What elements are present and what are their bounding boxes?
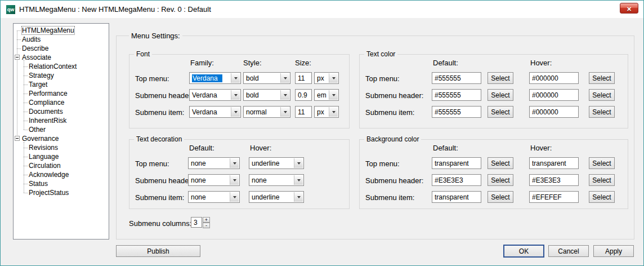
decoration-hover-select-submenu-item[interactable]: underline <box>249 191 304 203</box>
tree-item-label: Strategy <box>29 72 54 79</box>
tree-item-label: Associate <box>22 54 51 61</box>
text-color-default-input-submenu-header[interactable] <box>432 89 481 101</box>
tree-connector <box>24 148 28 148</box>
background-hover-input-submenu-header[interactable] <box>529 174 579 186</box>
chevron-down-icon <box>280 90 289 100</box>
tree-item-revisions[interactable]: Revisions <box>14 143 109 152</box>
cancel-button[interactable]: Cancel <box>548 245 589 257</box>
background-default-select-button-top-menu[interactable]: Select <box>488 157 513 169</box>
family-select-submenu-header[interactable]: Verdana <box>189 89 241 101</box>
background-default-select-button-submenu-item[interactable]: Select <box>488 191 513 203</box>
text-color-default-select-button-submenu-header[interactable]: Select <box>488 89 513 101</box>
tree-item-status[interactable]: Status <box>14 179 109 188</box>
submenu-columns-input[interactable] <box>191 217 202 228</box>
background-hover-select-button-submenu-header[interactable]: Select <box>589 174 615 186</box>
collapse-icon[interactable] <box>15 136 20 141</box>
combo-value: bold <box>246 91 259 99</box>
tree-item-compliance[interactable]: Compliance <box>14 98 109 107</box>
text-color-hover-input-top-menu[interactable] <box>529 72 579 84</box>
tree-item-acknowledge[interactable]: Acknowledge <box>14 170 109 179</box>
tree-item-projectstatus[interactable]: ProjectStatus <box>14 188 109 197</box>
decoration-default-select-submenu-item[interactable]: none <box>188 191 240 203</box>
background-hover-input-top-menu[interactable] <box>529 157 579 169</box>
chevron-down-icon <box>294 192 303 202</box>
text-color-hover-input-submenu-header[interactable] <box>529 89 579 101</box>
size-input-top-menu[interactable] <box>295 72 312 84</box>
decoration-row-label-top-menu: Top menu: <box>135 159 169 168</box>
style-select-submenu-header[interactable]: bold <box>243 89 290 101</box>
ok-button[interactable]: OK <box>503 245 544 258</box>
size-input-submenu-item[interactable] <box>295 106 312 118</box>
tree-item-associate[interactable]: Associate <box>14 53 109 62</box>
tree-item-label: Acknowledge <box>29 171 69 179</box>
style-select-submenu-item[interactable]: normal <box>243 106 290 118</box>
tree-item-governance[interactable]: Governance <box>14 134 109 143</box>
chevron-down-icon <box>294 175 303 185</box>
background-color-group-legend: Background color <box>364 135 421 143</box>
tree-connector <box>24 85 28 85</box>
tree-item-other[interactable]: Other <box>14 125 109 134</box>
text-color-default-select-button-top-menu[interactable]: Select <box>488 72 513 84</box>
text-color-default-input-submenu-item[interactable] <box>432 106 481 118</box>
close-button[interactable]: ✕ <box>620 3 638 14</box>
unit-select-submenu-item[interactable]: px <box>314 106 339 118</box>
background-hover-input-submenu-item[interactable] <box>529 191 579 203</box>
chevron-down-icon <box>280 73 289 83</box>
spinner-down-button[interactable]: - <box>203 223 210 228</box>
tree-item-performance[interactable]: Performance <box>14 89 109 98</box>
decoration-hover-select-submenu-header[interactable]: none <box>249 174 304 186</box>
font-row-label-submenu-header: Submenu header: <box>135 91 193 100</box>
chevron-down-icon <box>231 73 240 83</box>
background-default-input-submenu-item[interactable] <box>432 191 481 203</box>
combo-value: underline <box>252 193 279 201</box>
default-column-header: Default: <box>433 59 458 67</box>
tree-connector <box>17 48 21 49</box>
text-color-default-select-button-submenu-item[interactable]: Select <box>488 106 513 118</box>
combo-value: Verdana <box>192 108 217 116</box>
collapse-icon[interactable] <box>15 55 20 60</box>
family-select-top-menu[interactable]: Verdana <box>189 72 241 84</box>
text-color-hover-input-submenu-item[interactable] <box>529 106 579 118</box>
background-hover-select-button-top-menu[interactable]: Select <box>589 157 615 169</box>
decoration-default-select-top-menu[interactable]: none <box>188 157 240 169</box>
tree-item-label: Performance <box>29 90 68 97</box>
text-color-hover-select-button-submenu-header[interactable]: Select <box>589 89 615 101</box>
decoration-row-label-submenu-item: Submenu item: <box>135 193 184 202</box>
size-input-submenu-header[interactable] <box>295 89 312 101</box>
decoration-hover-select-top-menu[interactable]: underline <box>249 157 304 169</box>
tree-item-circulation[interactable]: Circulation <box>14 161 109 170</box>
tree-item-relationcontext[interactable]: RelationContext <box>14 62 109 71</box>
tree-item-language[interactable]: Language <box>14 152 109 161</box>
chevron-down-icon <box>230 175 239 185</box>
tree-item-strategy[interactable]: Strategy <box>14 71 109 80</box>
combo-value: none <box>191 193 206 201</box>
tree-item-target[interactable]: Target <box>14 80 109 89</box>
tree-item-inherentrisk[interactable]: InherentRisk <box>14 116 109 125</box>
text-color-default-input-top-menu[interactable] <box>432 72 481 84</box>
background-default-input-top-menu[interactable] <box>432 157 481 169</box>
background-default-input-submenu-header[interactable] <box>432 174 481 186</box>
family-select-submenu-item[interactable]: Verdana <box>189 106 241 118</box>
tree-item-documents[interactable]: Documents <box>14 107 109 116</box>
publish-button[interactable]: Publish <box>116 245 200 257</box>
background-hover-select-button-submenu-item[interactable]: Select <box>589 191 615 203</box>
text-color-hover-select-button-top-menu[interactable]: Select <box>589 72 615 84</box>
window-title: HTMLMegaMenu : New HTMLMegaMenu : Rev. 0… <box>19 5 211 14</box>
tree-item-label: Audits <box>22 36 41 43</box>
unit-select-submenu-header[interactable]: em <box>314 89 339 101</box>
text-color-hover-select-button-submenu-item[interactable]: Select <box>589 106 615 118</box>
unit-select-top-menu[interactable]: px <box>314 72 339 84</box>
tree-item-label: Status <box>29 180 48 188</box>
apply-button[interactable]: Apply <box>593 245 634 257</box>
background-default-select-button-submenu-header[interactable]: Select <box>488 174 513 186</box>
tree-item-describe[interactable]: Describe <box>14 44 109 53</box>
spinner-up-button[interactable]: + <box>203 217 210 223</box>
style-select-top-menu[interactable]: bold <box>243 72 290 84</box>
font-group: Font Family: Style: Size: Top menu: Verd… <box>129 54 350 128</box>
tree-item-htmlmegamenu[interactable]: HTMLMegaMenu <box>14 26 109 35</box>
combo-value: none <box>252 176 267 184</box>
tree-item-label: Language <box>29 153 59 161</box>
text-color-group: Text color Default: Hover: Top menu: Sel… <box>359 54 628 128</box>
decoration-default-select-submenu-header[interactable]: none <box>188 174 240 186</box>
tree-item-audits[interactable]: Audits <box>14 35 109 44</box>
